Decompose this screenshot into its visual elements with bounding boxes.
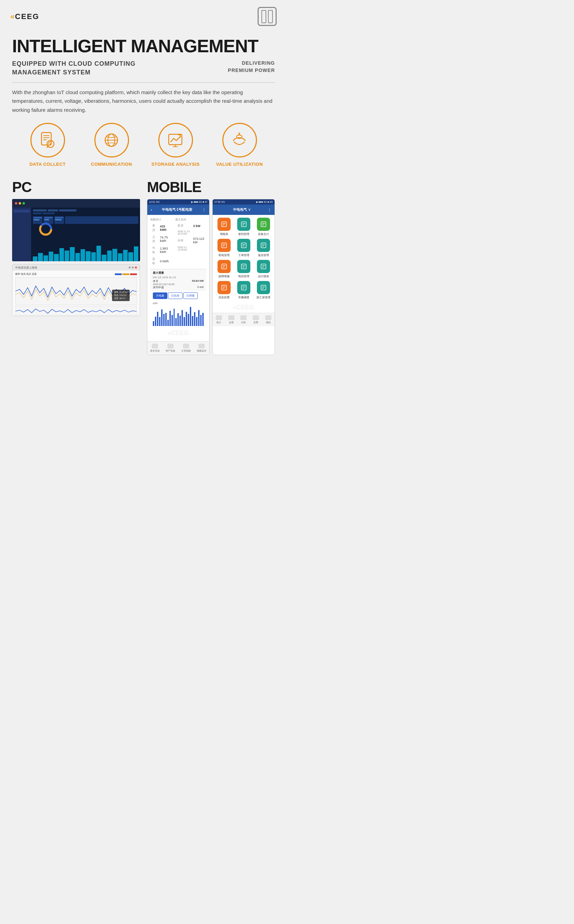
mobile-bar	[200, 315, 202, 326]
pc-bar	[107, 250, 112, 261]
pc-bar	[102, 255, 106, 261]
mobile-bar-chart-1: kWh	[150, 301, 207, 328]
device-row: PC	[12, 179, 275, 355]
mobile-grid-label: 返信管理	[258, 253, 269, 257]
mobile-grid-icon	[237, 260, 250, 273]
mobile-grid-item[interactable]: 历史告警	[215, 281, 232, 299]
subtitle-right-line2: PREMIUM POWER	[228, 68, 275, 73]
value-utilization-circle	[222, 123, 257, 157]
nav-assets[interactable]: 资产设备	[163, 343, 178, 353]
nav-me[interactable]: 我的	[262, 315, 274, 325]
mobile-grid-label: 工单管理	[238, 253, 249, 257]
mobile-grid-item[interactable]: 车辆调度	[235, 281, 252, 299]
pc-bar	[33, 256, 37, 261]
mobile-bottom-nav-1: 基本信息 资产设备 主变线路	[147, 341, 209, 355]
mobile-grid-label: 用能表	[220, 232, 228, 236]
pc-screenshot-top	[12, 199, 140, 261]
features-icons: DATA COLLECT COMMUNICATION	[12, 123, 275, 167]
mobile-grid-item[interactable]: 探工原管理	[255, 281, 272, 299]
mobile-grid-item[interactable]: 返信管理	[255, 239, 272, 257]
mobile-bar	[169, 311, 171, 326]
mobile-grid-item[interactable]: 工单管理	[235, 239, 252, 257]
mobile-grid-item[interactable]: 用能表	[215, 218, 232, 236]
value-utilization-icon	[230, 131, 249, 150]
mobile-bar	[188, 314, 189, 326]
mobile-grid-icon	[257, 239, 270, 252]
storage-analysis-icon	[166, 131, 185, 150]
mobile-grid-icon	[257, 281, 270, 294]
layout-toggle-icon[interactable]	[258, 7, 277, 26]
mobile-column: MOBILE 12:51 OG ▶ ■■■ 4G ■ 47 ‹ 中电电气·1号配…	[147, 179, 275, 355]
nav-stats[interactable]: 统计	[213, 315, 225, 325]
svg-rect-40	[241, 264, 246, 269]
pc-bar	[44, 255, 48, 261]
mobile-bar	[181, 310, 183, 326]
mobile-phone-1: 12:51 OG ▶ ■■■ 4G ■ 47 ‹ 中电电气·1号配电室 ⋮	[147, 199, 210, 355]
subtitle-line2: MANAGEMENT SYSTEM	[12, 69, 91, 76]
pc-screenshots: 中电变压器上报表 频率 电流 电压 温度	[12, 199, 140, 316]
mobile-bar	[163, 314, 165, 326]
mobile-grid-item[interactable]: 设备合计	[255, 218, 272, 236]
logo-chevrons-icon: «	[10, 12, 14, 21]
mobile-bar	[153, 321, 154, 326]
mobile-title: MOBILE	[147, 179, 275, 196]
mobile-bar	[172, 315, 173, 326]
feature-data-collect: DATA COLLECT	[16, 123, 79, 167]
mobile-bar	[173, 309, 175, 326]
svg-rect-31	[241, 243, 246, 248]
mobile-bar	[165, 313, 167, 326]
pc-bar	[91, 252, 96, 261]
pc-bar	[128, 252, 133, 261]
svg-line-6	[47, 146, 49, 147]
mobile-grid-item[interactable]: 电试管理	[235, 260, 252, 278]
nav-alarm[interactable]: 告警	[250, 315, 262, 325]
nav-mainline[interactable]: 主变线路	[178, 343, 194, 353]
mobile-grid-item[interactable]: 签到管理	[235, 218, 252, 236]
mobile-grid-label: 历史告警	[219, 296, 230, 299]
subtitle-right-line1: DELIVERING	[242, 60, 275, 66]
mobile-grid-icon	[237, 218, 250, 231]
mobile-bar	[180, 316, 181, 326]
mobile-bar	[190, 307, 191, 326]
subtitle-line1: EQUIPPED WITH CLOUD COMPUTING	[12, 60, 136, 67]
tab-monthly-power[interactable]: 月电量	[153, 293, 167, 299]
waveform-chart: 频率: 50.02 Hz 电流: 145.3 A 温度: 38.5°C	[15, 277, 137, 305]
mobile-grid-label: 取电管理	[219, 253, 230, 257]
mobile-status-bar-1: 12:51 OG ▶ ■■■ 4G ■ 47	[147, 199, 209, 204]
pc-title: PC	[12, 179, 140, 196]
tab-daily-load[interactable]: 日负荷	[168, 293, 183, 299]
mobile-grid-icon	[257, 218, 270, 231]
mobile-grid-item[interactable]: 运行报表	[255, 260, 272, 278]
storage-analysis-label: STORAGE ANALYSIS	[151, 161, 200, 167]
mobile-grid-icon	[218, 239, 231, 252]
tab-daily-usage[interactable]: 日用量	[183, 293, 198, 299]
logo: « CEEG	[10, 12, 39, 21]
nav-video[interactable]: 视频监控	[194, 343, 209, 353]
pc-bar	[96, 246, 101, 261]
data-collect-label: DATA COLLECT	[29, 161, 66, 167]
nav-maintenance[interactable]: 运维	[225, 315, 238, 325]
logo-text: CEEG	[15, 12, 39, 21]
svg-rect-46	[222, 285, 227, 290]
nav-analysis[interactable]: 分析	[238, 315, 250, 325]
mobile-grid-item[interactable]: 故障维修	[215, 260, 232, 278]
mobile-app-header-2: 中电电气 ∨ ⋮	[213, 204, 274, 215]
page-header: « CEEG	[0, 0, 287, 29]
nav-basic-info[interactable]: 基本信息	[147, 343, 163, 353]
svg-rect-25	[261, 222, 266, 227]
mobile-grid-label: 签到管理	[238, 232, 249, 236]
mobile-bar	[202, 313, 203, 326]
mobile-grid-item[interactable]: 取电管理	[215, 239, 232, 257]
waveform-chart-2	[15, 306, 137, 316]
mobile-bottom-nav-2: 统计 运维 分析 告警	[213, 313, 274, 326]
chart-tooltip: 频率: 50.02 Hz 电流: 145.3 A 温度: 38.5°C	[112, 290, 130, 301]
device-section: PC	[12, 179, 275, 362]
minimize-dot	[19, 202, 21, 204]
close-dot	[15, 202, 17, 204]
mobile-grid-icon	[237, 239, 250, 252]
mobile-grid-label: 探工原管理	[257, 296, 270, 299]
maximize-dot	[22, 202, 25, 204]
mobile-grid-icon	[257, 260, 270, 273]
data-collect-icon	[38, 131, 57, 150]
mobile-grid-icon	[237, 281, 250, 294]
